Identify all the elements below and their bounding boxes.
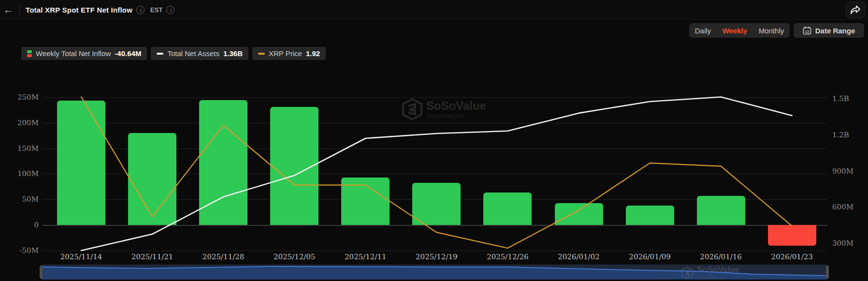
inflow-bar[interactable] bbox=[483, 192, 532, 225]
assets-line-icon bbox=[157, 53, 163, 55]
data-zoom-left-handle[interactable] bbox=[40, 266, 43, 279]
info-icon[interactable]: i bbox=[136, 6, 145, 14]
inflow-bar[interactable] bbox=[555, 203, 603, 225]
y-axis-label-left: -50M bbox=[9, 246, 39, 255]
x-axis-label: 2026/01/09 bbox=[616, 252, 684, 261]
legend: Weekly Total Net Inflow -40.64M Total Ne… bbox=[21, 47, 326, 60]
x-axis-label: 2026/01/02 bbox=[545, 252, 613, 261]
legend-item-net-inflow[interactable]: Weekly Total Net Inflow -40.64M bbox=[21, 47, 147, 60]
y-axis-label-right: 600M bbox=[832, 203, 854, 211]
share-icon bbox=[850, 5, 861, 15]
app-root: ← Total XRP Spot ETF Net Inflow i EST i … bbox=[0, 0, 868, 281]
date-range-button[interactable]: 12 Date Range bbox=[794, 23, 864, 38]
y-axis-label-left: 0 bbox=[9, 221, 39, 229]
data-zoom-scrollbar[interactable]: SoSoValue sosovalue.com bbox=[41, 265, 827, 280]
legend-value: 1.36B bbox=[223, 49, 243, 58]
x-axis-label: 2025/11/28 bbox=[189, 252, 257, 261]
price-line-icon bbox=[258, 53, 265, 55]
tab-daily[interactable]: Daily bbox=[694, 27, 712, 35]
legend-item-xrp-price[interactable]: XRP Price 1.92 bbox=[252, 47, 326, 60]
legend-value: -40.64M bbox=[115, 49, 141, 58]
x-axis-label: 2025/12/26 bbox=[474, 252, 541, 261]
timezone-info-icon[interactable]: i bbox=[166, 6, 174, 14]
share-button[interactable] bbox=[846, 2, 865, 18]
header: ← Total XRP Spot ETF Net Inflow i EST i bbox=[0, 0, 868, 20]
y-axis-label-left: 100M bbox=[9, 169, 39, 178]
calendar-icon: 12 bbox=[803, 26, 811, 35]
gridline bbox=[43, 225, 827, 226]
y-axis-label-left: 250M bbox=[9, 93, 39, 102]
watermark-url: sosovalue.com bbox=[426, 113, 486, 119]
inflow-bar[interactable] bbox=[697, 196, 745, 225]
y-axis-label-left: 200M bbox=[9, 118, 39, 127]
legend-item-net-assets[interactable]: Total Net Assets 1.36B bbox=[151, 47, 248, 60]
watermark-url: sosovalue.com bbox=[697, 275, 739, 280]
inflow-bar[interactable] bbox=[626, 206, 674, 225]
timezone-label: EST bbox=[150, 6, 162, 14]
y-axis-label-left: 150M bbox=[9, 144, 39, 153]
svg-text:12: 12 bbox=[805, 30, 809, 34]
y-axis-label-right: 900M bbox=[832, 167, 854, 176]
x-axis-label: 2025/11/21 bbox=[118, 252, 186, 261]
x-axis-label: 2026/01/16 bbox=[687, 252, 755, 261]
y-axis-label-right: 1.5B bbox=[832, 94, 849, 103]
inflow-bar[interactable] bbox=[412, 183, 461, 225]
back-arrow-icon[interactable]: ← bbox=[0, 4, 16, 15]
tab-monthly[interactable]: Monthly bbox=[758, 27, 785, 35]
inflow-bar[interactable] bbox=[57, 101, 105, 225]
x-axis-label: 2026/01/23 bbox=[758, 252, 826, 261]
data-zoom-right-handle[interactable] bbox=[826, 266, 829, 279]
legend-label: XRP Price bbox=[269, 49, 302, 58]
tab-weekly[interactable]: Weekly bbox=[722, 27, 748, 35]
y-axis-label-left: 50M bbox=[9, 195, 39, 204]
y-axis-label-right: 300M bbox=[832, 239, 854, 248]
gridline bbox=[43, 123, 827, 123]
inflow-bar[interactable] bbox=[128, 133, 176, 225]
inflow-bar[interactable] bbox=[199, 100, 247, 225]
sosovalue-logo-icon bbox=[681, 266, 693, 279]
x-axis-label: 2025/12/05 bbox=[260, 252, 328, 261]
inflow-bar-icon bbox=[27, 50, 32, 57]
range-tab-group: Daily Weekly Monthly bbox=[689, 23, 790, 38]
sosovalue-logo-icon bbox=[402, 98, 422, 120]
x-axis-label: 2025/11/14 bbox=[47, 252, 115, 261]
watermark-name: SoSoValue bbox=[697, 266, 739, 274]
watermark-name: SoSoValue bbox=[426, 100, 486, 112]
gridline bbox=[43, 97, 827, 98]
legend-value: 1.92 bbox=[306, 49, 320, 58]
legend-label: Total Net Assets bbox=[167, 49, 219, 58]
x-axis-label: 2025/12/11 bbox=[332, 252, 399, 261]
page-title: Total XRP Spot ETF Net Inflow bbox=[26, 6, 132, 14]
watermark-small: SoSoValue sosovalue.com bbox=[681, 266, 739, 280]
header-divider bbox=[19, 5, 20, 15]
watermark: SoSoValue sosovalue.com bbox=[402, 98, 486, 120]
date-range-label: Date Range bbox=[815, 27, 855, 35]
gridline bbox=[43, 251, 827, 251]
y-axis-label-right: 1.2B bbox=[832, 131, 849, 139]
x-axis-label: 2025/12/19 bbox=[403, 252, 470, 261]
inflow-bar[interactable] bbox=[341, 177, 390, 225]
inflow-bar[interactable] bbox=[768, 225, 816, 246]
legend-label: Weekly Total Net Inflow bbox=[36, 49, 111, 58]
inflow-bar[interactable] bbox=[270, 107, 318, 225]
